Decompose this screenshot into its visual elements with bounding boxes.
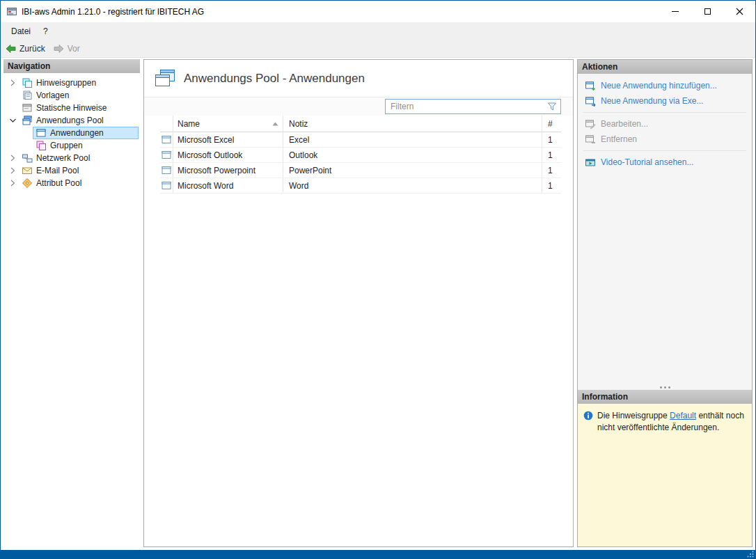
action-remove[interactable]: Entfernen	[578, 132, 752, 147]
applications-table: Name Notiz # Microsoft Excel Excel 1 Mic…	[160, 116, 561, 194]
navigation-panel: Navigation Hinweisgruppen Vorlagen	[3, 59, 140, 547]
chevron-right-icon[interactable]	[6, 166, 19, 175]
column-header-count[interactable]: #	[542, 116, 561, 132]
sidebar-item-attribut-pool[interactable]: Attribut Pool	[3, 177, 140, 189]
action-edit[interactable]: Bearbeiten...	[578, 116, 752, 132]
information-header: Information	[578, 390, 752, 404]
sidebar-item-anwendungs-pool[interactable]: Anwendungs Pool	[3, 114, 140, 127]
action-label: Neue Anwendung hinzufügen...	[601, 81, 717, 90]
maximize-button[interactable]	[691, 1, 723, 22]
sidebar-item-label: Anwendungen	[50, 128, 104, 138]
forward-button[interactable]: Vor	[54, 44, 80, 54]
minimize-icon	[672, 11, 679, 12]
action-label: Entfernen	[601, 134, 637, 144]
filter-row	[144, 97, 573, 116]
right-panel: Aktionen Neue Anwendung hinzufügen... Ne…	[577, 59, 753, 547]
sort-ascending-icon	[272, 122, 278, 126]
cell-notiz: Word	[283, 178, 542, 194]
action-label: Video-Tutorial ansehen...	[601, 157, 693, 167]
table-row[interactable]: Microsoft Word Word 1	[160, 178, 561, 194]
info-icon	[583, 411, 593, 420]
back-button[interactable]: Zurück	[6, 44, 45, 54]
information-text: Die Hinweisgruppe Default enthält noch n…	[597, 410, 746, 434]
sidebar-item-gruppen[interactable]: Gruppen	[3, 139, 140, 152]
filter-funnel-icon[interactable]	[547, 102, 557, 111]
cell-notiz: PowerPoint	[283, 163, 542, 178]
table-row[interactable]: Microsoft Powerpoint PowerPoint 1	[160, 163, 561, 178]
divider	[583, 150, 746, 151]
email-pool-icon	[22, 165, 33, 176]
page-title: Anwendungs Pool - Anwendungen	[184, 72, 365, 86]
cell-notiz: Outlook	[283, 148, 542, 163]
sidebar-item-anwendungen[interactable]: Anwendungen	[3, 127, 140, 139]
content-area: Navigation Hinweisgruppen Vorlagen	[1, 58, 755, 550]
remove-icon	[585, 134, 596, 145]
application-icon	[162, 181, 171, 190]
information-panel: Information Die Hinweisgruppe Default en…	[578, 390, 752, 546]
sidebar-item-netzwerk-pool[interactable]: Netzwerk Pool	[3, 152, 140, 164]
chevron-down-icon[interactable]	[6, 116, 19, 125]
action-label: Bearbeiten...	[601, 119, 648, 129]
cell-count: 1	[542, 178, 561, 194]
video-tutorial-icon	[585, 157, 596, 168]
navigation-tree: Hinweisgruppen Vorlagen Statische Hinwei…	[3, 73, 140, 547]
cell-name: Microsoft Word	[173, 178, 283, 194]
action-new-application[interactable]: Neue Anwendung hinzufügen...	[578, 78, 752, 93]
chevron-right-icon[interactable]	[6, 153, 19, 163]
menu-bar: Datei ?	[1, 22, 755, 40]
table-row[interactable]: Microsoft Excel Excel 1	[160, 132, 561, 148]
gruppen-icon	[36, 140, 47, 151]
default-group-link[interactable]: Default	[670, 411, 696, 420]
column-header-name[interactable]: Name	[173, 116, 283, 132]
sidebar-item-email-pool[interactable]: E-Mail Pool	[3, 164, 140, 177]
menu-help[interactable]: ?	[37, 22, 54, 40]
sidebar-item-vorlagen[interactable]: Vorlagen	[3, 89, 140, 102]
sidebar-item-label: Statische Hinweise	[36, 103, 107, 113]
main-panel: Anwendungs Pool - Anwendungen Name	[143, 59, 574, 547]
hinweisgruppen-icon	[22, 77, 33, 88]
back-arrow-icon	[6, 44, 16, 54]
sidebar-item-label: Attribut Pool	[36, 178, 81, 188]
filter-box	[385, 99, 561, 114]
cell-count: 1	[542, 132, 561, 148]
application-icon	[162, 150, 171, 159]
action-video-tutorial[interactable]: Video-Tutorial ansehen...	[578, 155, 752, 170]
netzwerk-pool-icon	[22, 152, 33, 164]
actions-list: Neue Anwendung hinzufügen... Neue Anwend…	[578, 74, 752, 390]
menu-datei[interactable]: Datei	[5, 22, 37, 40]
chevron-right-icon[interactable]	[6, 78, 19, 88]
cell-count: 1	[542, 148, 561, 163]
cell-name: Microsoft Outlook	[173, 148, 283, 163]
sidebar-item-statische-hinweise[interactable]: Statische Hinweise	[3, 102, 140, 114]
back-label: Zurück	[19, 44, 45, 54]
panel-splitter-handle[interactable]	[578, 386, 752, 388]
icon-column-header	[160, 116, 173, 132]
window-title: IBI-aws Admin 1.21.0 - registriert für I…	[22, 7, 659, 17]
sidebar-item-label: Anwendungs Pool	[36, 116, 104, 125]
filter-input[interactable]	[391, 102, 544, 111]
window-controls	[659, 1, 755, 22]
statische-hinweise-icon	[22, 102, 33, 113]
forward-arrow-icon	[54, 44, 64, 54]
toolbar: Zurück Vor	[1, 40, 755, 58]
actions-header: Aktionen	[578, 60, 752, 74]
information-body: Die Hinweisgruppe Default enthält noch n…	[578, 404, 752, 546]
new-application-exe-icon	[585, 95, 596, 107]
cell-name: Microsoft Excel	[173, 132, 283, 148]
table-row[interactable]: Microsoft Outlook Outlook 1	[160, 148, 561, 163]
chevron-right-icon[interactable]	[6, 178, 19, 188]
resize-grip-icon[interactable]	[747, 551, 754, 558]
status-bar	[1, 550, 755, 558]
sidebar-item-hinweisgruppen[interactable]: Hinweisgruppen	[3, 77, 140, 89]
column-header-notiz[interactable]: Notiz	[283, 116, 542, 132]
action-new-application-via-exe[interactable]: Neue Anwendung via Exe...	[578, 93, 752, 109]
cell-count: 1	[542, 163, 561, 178]
cell-notiz: Excel	[283, 132, 542, 148]
maximize-icon	[704, 8, 711, 15]
cell-name: Microsoft Powerpoint	[173, 163, 283, 178]
sidebar-item-label: Vorlagen	[36, 90, 69, 100]
applications-icon	[155, 69, 175, 88]
minimize-button[interactable]	[659, 1, 691, 22]
close-icon	[736, 8, 743, 15]
close-button[interactable]	[723, 1, 755, 22]
